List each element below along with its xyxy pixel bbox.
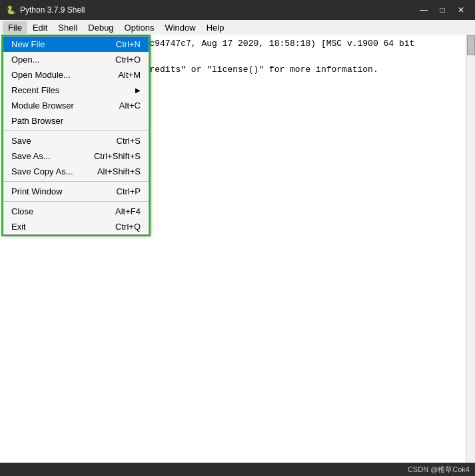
menu-item-new-file[interactable]: New File Ctrl+N bbox=[3, 37, 149, 52]
menu-options[interactable]: Options bbox=[119, 21, 160, 34]
scrollbar[interactable] bbox=[466, 35, 475, 463]
separator-1 bbox=[3, 130, 149, 131]
menu-item-close[interactable]: Close Alt+F4 bbox=[3, 204, 149, 219]
new-file-label: New File bbox=[11, 39, 45, 49]
menu-item-print-window[interactable]: Print Window Ctrl+P bbox=[3, 184, 149, 199]
title-bar: 🐍 Python 3.7.9 Shell — □ ✕ bbox=[0, 0, 475, 20]
separator-3 bbox=[3, 201, 149, 202]
print-window-label: Print Window bbox=[11, 186, 63, 196]
save-copy-as-label: Save Copy As... bbox=[11, 166, 73, 176]
menu-item-save-copy-as[interactable]: Save Copy As... Alt+Shift+S bbox=[3, 164, 149, 179]
menu-item-exit[interactable]: Exit Ctrl+Q bbox=[3, 219, 149, 234]
exit-shortcut: Ctrl+Q bbox=[115, 222, 141, 232]
save-shortcut: Ctrl+S bbox=[117, 136, 141, 146]
file-dropdown: New File Ctrl+N Open... Ctrl+O Open Modu… bbox=[3, 36, 149, 235]
print-window-shortcut: Ctrl+P bbox=[117, 186, 141, 196]
menu-help[interactable]: Help bbox=[201, 21, 230, 34]
separator-2 bbox=[3, 181, 149, 182]
app-icon: 🐍 bbox=[5, 5, 16, 15]
save-as-shortcut: Ctrl+Shift+S bbox=[94, 151, 141, 161]
open-module-label: Open Module... bbox=[11, 70, 71, 80]
close-button[interactable]: ✕ bbox=[452, 3, 470, 17]
recent-files-label: Recent Files bbox=[11, 85, 59, 95]
menu-item-path-browser[interactable]: Path Browser bbox=[3, 113, 149, 128]
menu-debug[interactable]: Debug bbox=[83, 21, 119, 34]
menu-item-recent-files[interactable]: Recent Files ▶ bbox=[3, 83, 149, 98]
menu-window[interactable]: Window bbox=[159, 21, 201, 34]
minimize-button[interactable]: — bbox=[415, 3, 432, 17]
menu-shell[interactable]: Shell bbox=[53, 21, 83, 34]
open-label: Open... bbox=[11, 55, 40, 65]
exit-label: Exit bbox=[11, 222, 26, 232]
menu-file[interactable]: File New File Ctrl+N Open... Ctrl+O Open… bbox=[3, 21, 27, 34]
window-title: Python 3.7.9 Shell bbox=[20, 5, 415, 15]
save-copy-as-shortcut: Alt+Shift+S bbox=[97, 166, 141, 176]
menu-bar: File New File Ctrl+N Open... Ctrl+O Open… bbox=[0, 20, 475, 35]
module-browser-label: Module Browser bbox=[11, 101, 74, 111]
module-browser-shortcut: Alt+C bbox=[119, 101, 141, 111]
menu-item-open[interactable]: Open... Ctrl+O bbox=[3, 52, 149, 67]
close-shortcut: Alt+F4 bbox=[115, 206, 141, 216]
save-as-label: Save As... bbox=[11, 151, 51, 161]
save-label: Save bbox=[11, 136, 31, 146]
path-browser-label: Path Browser bbox=[11, 116, 63, 126]
maximize-button[interactable]: □ bbox=[434, 3, 451, 17]
open-shortcut: Ctrl+O bbox=[115, 55, 141, 65]
close-label: Close bbox=[11, 206, 33, 216]
scroll-thumb[interactable] bbox=[467, 35, 475, 55]
recent-files-arrow: ▶ bbox=[135, 87, 141, 94]
menu-item-save-as[interactable]: Save As... Ctrl+Shift+S bbox=[3, 148, 149, 164]
menu-item-open-module[interactable]: Open Module... Alt+M bbox=[3, 67, 149, 83]
new-file-shortcut: Ctrl+N bbox=[116, 39, 141, 49]
window-controls: — □ ✕ bbox=[415, 3, 470, 17]
watermark-text: CSDN @稚草Cok4 bbox=[408, 465, 470, 475]
menu-item-save[interactable]: Save Ctrl+S bbox=[3, 133, 149, 148]
status-bar: CSDN @稚草Cok4 bbox=[0, 463, 475, 476]
menu-item-module-browser[interactable]: Module Browser Alt+C bbox=[3, 98, 149, 113]
menu-edit[interactable]: Edit bbox=[27, 21, 53, 34]
open-module-shortcut: Alt+M bbox=[118, 70, 141, 80]
